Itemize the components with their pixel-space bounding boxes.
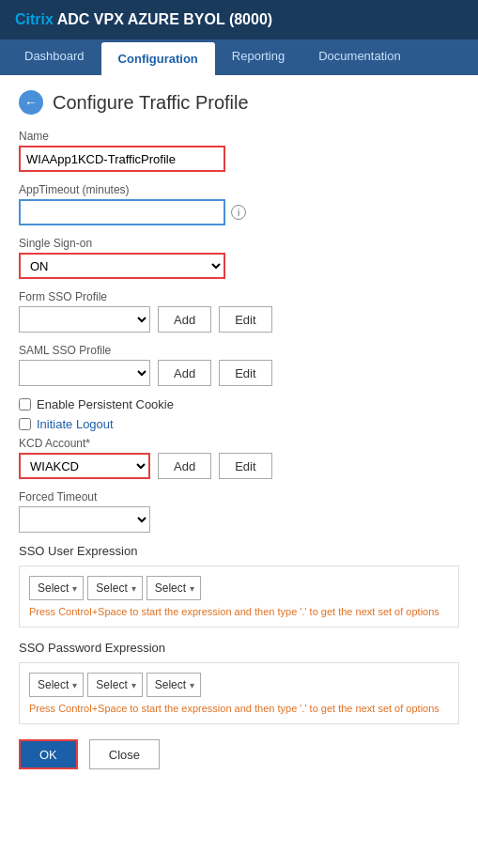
saml-sso-label: SAML SSO Profile — [19, 344, 459, 357]
brand-citrix: Citrix — [15, 11, 54, 27]
forced-timeout-label: Forced Timeout — [19, 490, 459, 504]
enable-cookie-checkbox[interactable] — [19, 398, 31, 411]
chevron-down-icon-6: ▾ — [190, 680, 194, 690]
name-label: Name — [19, 130, 459, 143]
initiate-logout-row: Initiate Logout — [19, 417, 459, 431]
form-sso-label: Form SSO Profile — [19, 290, 459, 303]
sso-user-expr-dropdowns: Select ▾ Select ▾ Select ▾ — [29, 576, 449, 600]
sso-user-select-2-label: Select — [96, 581, 127, 595]
enable-cookie-label[interactable]: Enable Persistent Cookie — [37, 397, 174, 411]
form-sso-select[interactable] — [19, 306, 150, 333]
sso-pass-select-2-label: Select — [96, 678, 127, 691]
footer-buttons: OK Close — [19, 739, 459, 769]
kcd-select[interactable]: WIAKCD — [19, 453, 150, 479]
form-sso-add-button[interactable]: Add — [158, 306, 211, 333]
kcd-row: WIAKCD Add Edit — [19, 453, 459, 479]
sso-pass-expr-hint: Press Control+Space to start the express… — [29, 703, 449, 714]
sso-select[interactable]: ON OFF — [19, 253, 225, 279]
saml-sso-group: SAML SSO Profile Add Edit — [19, 344, 459, 386]
sso-pass-expr-label: SSO Password Expression — [19, 641, 459, 655]
chevron-down-icon-5: ▾ — [131, 680, 136, 690]
forced-timeout-group: Forced Timeout — [19, 490, 459, 533]
sso-pass-select-1[interactable]: Select ▾ — [29, 673, 84, 697]
close-button[interactable]: Close — [89, 739, 160, 769]
sso-user-select-2[interactable]: Select ▾ — [87, 576, 142, 600]
initiate-logout-label[interactable]: Initiate Logout — [37, 417, 114, 431]
app-header: Citrix ADC VPX AZURE BYOL (8000) — [0, 0, 478, 39]
apptimeout-group: AppTimeout (minutes) i — [19, 183, 459, 225]
page-title: Configure Traffic Profile — [53, 92, 249, 114]
sso-pass-expr-group: SSO Password Expression Select ▾ Select … — [19, 641, 459, 724]
sso-pass-select-3-label: Select — [155, 678, 186, 691]
enable-cookie-row: Enable Persistent Cookie — [19, 397, 459, 411]
sso-user-expr-label: SSO User Expression — [19, 544, 459, 558]
saml-sso-row: Add Edit — [19, 360, 459, 386]
back-button[interactable]: ← — [19, 90, 43, 115]
sso-pass-expr-section: Select ▾ Select ▾ Select ▾ Press Control… — [19, 662, 459, 724]
sso-pass-expr-dropdowns: Select ▾ Select ▾ Select ▾ — [29, 673, 449, 697]
nav-reporting[interactable]: Reporting — [215, 39, 301, 75]
sso-label: Single Sign-on — [19, 237, 459, 250]
chevron-down-icon-3: ▾ — [190, 583, 194, 594]
saml-sso-select[interactable] — [19, 360, 150, 386]
sso-pass-select-2[interactable]: Select ▾ — [87, 673, 142, 697]
chevron-down-icon-1: ▾ — [72, 583, 77, 594]
page-content: ← Configure Traffic Profile Name AppTime… — [0, 75, 478, 868]
title-row: ← Configure Traffic Profile — [19, 90, 459, 115]
form-sso-edit-button[interactable]: Edit — [219, 306, 271, 333]
sso-user-select-1-label: Select — [38, 581, 69, 595]
sso-pass-select-1-label: Select — [38, 678, 69, 691]
forced-timeout-select[interactable] — [19, 506, 150, 533]
header-title: ADC VPX AZURE BYOL (8000) — [54, 11, 272, 27]
sso-user-select-1[interactable]: Select ▾ — [29, 576, 84, 600]
main-nav: Dashboard Configuration Reporting Docume… — [0, 39, 478, 75]
saml-sso-edit-button[interactable]: Edit — [219, 360, 271, 386]
apptimeout-row: i — [19, 199, 459, 225]
apptimeout-input[interactable] — [19, 199, 225, 225]
sso-user-select-3[interactable]: Select ▾ — [146, 576, 201, 600]
chevron-down-icon-2: ▾ — [131, 583, 136, 594]
apptimeout-label: AppTimeout (minutes) — [19, 183, 459, 196]
info-icon[interactable]: i — [231, 205, 246, 220]
kcd-group: KCD Account* WIAKCD Add Edit — [19, 437, 459, 479]
kcd-edit-button[interactable]: Edit — [219, 453, 271, 479]
sso-user-select-3-label: Select — [155, 581, 186, 595]
sso-user-expr-group: SSO User Expression Select ▾ Select ▾ Se… — [19, 544, 459, 628]
name-group: Name — [19, 130, 459, 172]
nav-documentation[interactable]: Documentation — [301, 39, 417, 75]
name-input[interactable] — [19, 146, 225, 172]
form-sso-group: Form SSO Profile Add Edit — [19, 290, 459, 333]
form-sso-row: Add Edit — [19, 306, 459, 333]
sso-group: Single Sign-on ON OFF — [19, 237, 459, 279]
kcd-label: KCD Account* — [19, 437, 459, 450]
kcd-add-button[interactable]: Add — [158, 453, 211, 479]
ok-button[interactable]: OK — [19, 739, 78, 769]
sso-user-expr-hint: Press Control+Space to start the express… — [29, 606, 449, 617]
sso-pass-select-3[interactable]: Select ▾ — [146, 673, 201, 697]
chevron-down-icon-4: ▾ — [72, 680, 77, 690]
nav-configuration[interactable]: Configuration — [101, 42, 215, 75]
nav-dashboard[interactable]: Dashboard — [8, 39, 101, 75]
sso-user-expr-section: Select ▾ Select ▾ Select ▾ Press Control… — [19, 566, 459, 628]
initiate-logout-checkbox[interactable] — [19, 418, 31, 430]
saml-sso-add-button[interactable]: Add — [158, 360, 211, 386]
